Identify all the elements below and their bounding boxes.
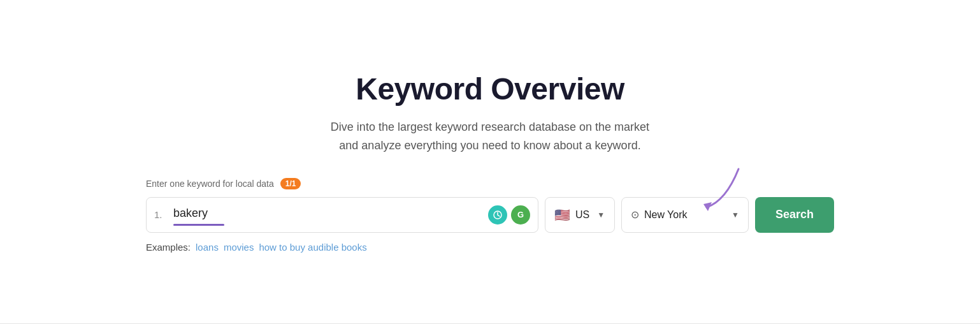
semrush-icon	[488, 205, 507, 225]
keyword-input[interactable]	[173, 207, 483, 223]
examples-row: Examples: loans movies how to buy audibl…	[146, 242, 367, 253]
keyword-input-wrapper: 1. G	[146, 197, 538, 233]
search-button[interactable]: Search	[755, 197, 834, 233]
location-label: New York	[644, 209, 724, 221]
page-title: Keyword Overview	[356, 71, 624, 107]
label-row: Enter one keyword for local data 1/1	[146, 178, 301, 189]
input-number: 1.	[154, 209, 167, 220]
country-chevron-icon: ▼	[597, 210, 605, 219]
page-subtitle: Dive into the largest keyword research d…	[331, 118, 649, 155]
input-underline	[173, 224, 224, 226]
input-icons: G	[488, 205, 530, 225]
input-label: Enter one keyword for local data	[146, 179, 274, 189]
example-link-loans[interactable]: loans	[196, 242, 219, 253]
grammarly-icon: G	[511, 205, 530, 225]
example-link-movies[interactable]: movies	[224, 242, 254, 253]
examples-label: Examples:	[146, 242, 191, 253]
flag-icon: 🇺🇸	[554, 207, 570, 223]
search-row: 1. G 🇺🇸 US ▼ ⊙ New York ▼	[146, 197, 834, 233]
location-selector[interactable]: ⊙ New York ▼	[621, 197, 749, 233]
country-label: US	[575, 209, 589, 221]
location-chevron-icon: ▼	[731, 210, 739, 219]
keyword-count-badge: 1/1	[280, 178, 301, 189]
page-container: Keyword Overview Dive into the largest k…	[0, 0, 980, 324]
example-link-audible[interactable]: how to buy audible books	[259, 242, 366, 253]
country-selector[interactable]: 🇺🇸 US ▼	[545, 197, 615, 233]
location-pin-icon: ⊙	[631, 209, 639, 221]
